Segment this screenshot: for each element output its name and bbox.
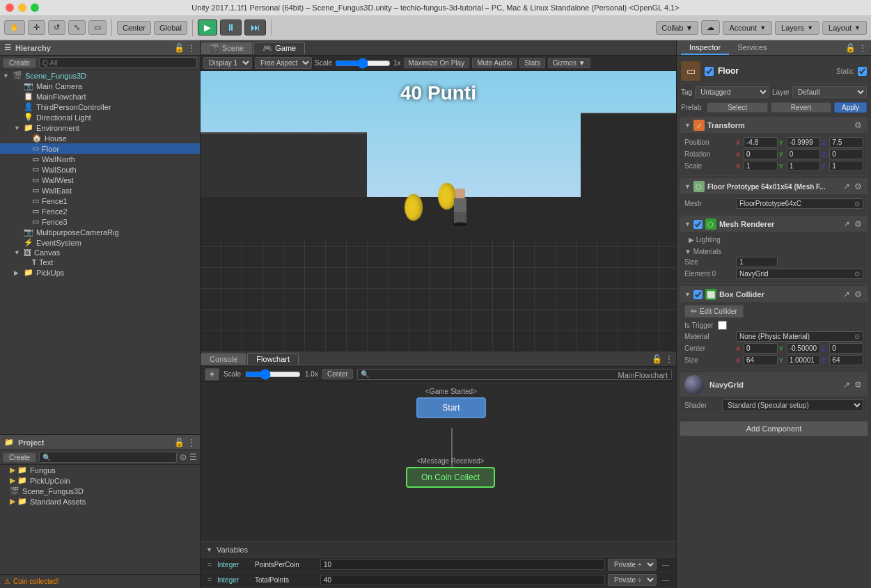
materials-toggle[interactable]: ▼ Materials — [684, 248, 721, 255]
static-checkbox[interactable] — [858, 67, 867, 76]
mesh-renderer-settings-icon[interactable]: ⚙ — [853, 219, 863, 229]
var0-privacy-select[interactable]: Private ÷ — [608, 559, 657, 571]
hierarchy-item-walleast[interactable]: ▭ WallEast — [0, 185, 200, 196]
box-collider-ref-icon[interactable]: ↗ — [842, 289, 852, 299]
variable-row-0[interactable]: = Integer PointsPerCoin Private ÷ — — [201, 557, 676, 573]
hierarchy-item-text[interactable]: T Text — [0, 257, 200, 267]
scale-tool-button[interactable]: ⤡ — [68, 20, 86, 35]
layout-button[interactable]: Layout ▼ — [822, 21, 867, 35]
hierarchy-item-floor[interactable]: ▭ Floor — [0, 143, 200, 154]
account-button[interactable]: Account ▼ — [723, 21, 772, 35]
tag-select[interactable]: Untagged — [695, 86, 769, 98]
hierarchy-item-camera-rig[interactable]: 📷 MultipurposeCameraRig — [0, 227, 200, 237]
scale-slider[interactable] — [335, 58, 391, 69]
project-item-fungus[interactable]: ▶ 📁 Fungus — [0, 465, 200, 475]
center-y-input[interactable] — [787, 343, 821, 353]
hierarchy-search-input[interactable] — [39, 57, 197, 68]
hierarchy-item-wallsouth[interactable]: ▭ WallSouth — [0, 164, 200, 175]
hierarchy-item-event-system[interactable]: ⚡ EventSystem — [0, 237, 200, 248]
minimize-button[interactable] — [18, 3, 26, 12]
hierarchy-item-canvas[interactable]: ▼ 🖼 Canvas — [0, 248, 200, 257]
maximize-button[interactable] — [31, 3, 39, 12]
gizmos-button[interactable]: Gizmos ▼ — [548, 58, 590, 68]
bottom-menu-button[interactable]: ⋮ — [665, 354, 673, 364]
hierarchy-item-fence1[interactable]: ▭ Fence1 — [0, 196, 200, 206]
bsize-x-input[interactable] — [744, 355, 778, 365]
lighting-toggle[interactable]: ▶ Lighting — [689, 236, 859, 244]
hierarchy-item-wallwest[interactable]: ▭ WallWest — [0, 175, 200, 185]
add-component-button[interactable]: Add Component — [680, 421, 868, 436]
mesh-renderer-header[interactable]: ▼ ⬡ Mesh Renderer ↗ ⚙ — [680, 216, 868, 232]
material-header[interactable]: NavyGrid ↗ ⚙ — [680, 373, 868, 397]
close-button[interactable] — [6, 3, 14, 12]
hierarchy-lock-button[interactable]: 🔓 — [174, 43, 185, 53]
material-ref-icon[interactable]: ↗ — [842, 380, 852, 390]
hierarchy-create-button[interactable]: Create — [3, 58, 36, 68]
mesh-renderer-checkbox[interactable] — [693, 220, 703, 229]
collab-button[interactable]: Collab ▼ — [656, 21, 698, 35]
is-trigger-checkbox[interactable] — [718, 321, 727, 330]
center-button[interactable]: Center — [117, 21, 151, 35]
hierarchy-item-fence2[interactable]: ▭ Fence2 — [0, 206, 200, 216]
hierarchy-item-wallnorth[interactable]: ▭ WallNorth — [0, 154, 200, 164]
element0-pick-button[interactable]: ⊙ — [854, 270, 860, 278]
inspector-tab[interactable]: Inspector — [681, 41, 729, 55]
box-collider-header[interactable]: ▼ ⬜ Box Collider ↗ ⚙ — [680, 287, 868, 302]
material-settings-icon[interactable]: ⚙ — [853, 380, 863, 390]
project-item-standard-assets[interactable]: ▶ 📁 Standard Assets — [0, 496, 200, 507]
mesh-filter-ref-icon[interactable]: ↗ — [842, 182, 852, 191]
flowchart-coin-button[interactable]: On Coin Collect — [406, 467, 495, 488]
hierarchy-item-fence3[interactable]: ▭ Fence3 — [0, 216, 200, 227]
mute-audio-button[interactable]: Mute Audio — [472, 58, 517, 68]
mesh-renderer-ref-icon[interactable]: ↗ — [842, 219, 852, 229]
project-menu-button[interactable]: ⋮ — [187, 438, 196, 447]
bottom-lock-button[interactable]: 🔓 — [652, 354, 662, 364]
hand-tool-button[interactable]: ✋ — [4, 20, 25, 35]
hierarchy-item-scene[interactable]: ▼ 🎬 Scene_Fungus3D — [0, 70, 200, 81]
scale-x-input[interactable] — [744, 161, 778, 171]
mesh-filter-header[interactable]: ▼ ⬡ Floor Prototype 64x01x64 (Mesh F... … — [680, 179, 868, 194]
center-z-input[interactable] — [829, 343, 863, 353]
var0-value-input[interactable] — [320, 559, 605, 570]
rot-z-input[interactable] — [829, 149, 863, 159]
rect-tool-button[interactable]: ▭ — [88, 20, 107, 35]
edit-collider-button[interactable]: ✏ Edit Collider — [684, 305, 744, 318]
rot-x-input[interactable] — [744, 149, 778, 159]
var1-remove-button[interactable]: — — [659, 576, 672, 584]
console-tab[interactable]: Console — [201, 353, 246, 365]
move-tool-button[interactable]: ✛ — [28, 20, 45, 35]
pause-button[interactable]: ⏸ — [220, 19, 242, 35]
mesh-pick-button[interactable]: ⊙ — [854, 200, 860, 207]
bsize-z-input[interactable] — [829, 355, 863, 365]
bsize-y-input[interactable] — [787, 355, 821, 365]
inspector-menu-button[interactable]: ⋮ — [858, 43, 867, 53]
hierarchy-menu-button[interactable]: ⋮ — [187, 43, 196, 53]
hierarchy-item-third-person[interactable]: 👤 ThirdPersonController — [0, 102, 200, 112]
hierarchy-item-main-camera[interactable]: 📷 Main Camera — [0, 81, 200, 91]
aspect-select[interactable]: Free Aspect — [255, 57, 312, 69]
size-input[interactable] — [736, 257, 778, 267]
project-create-button[interactable]: Create — [3, 452, 36, 463]
var1-privacy-select[interactable]: Private ÷ — [608, 574, 657, 586]
stats-button[interactable]: Stats — [519, 58, 545, 68]
pos-x-input[interactable] — [744, 137, 778, 148]
cloud-button[interactable]: ☁ — [701, 20, 720, 35]
hierarchy-item-directional-light[interactable]: 💡 Directional Light — [0, 112, 200, 122]
center-x-input[interactable] — [744, 343, 778, 353]
pos-z-input[interactable] — [829, 137, 863, 148]
var0-remove-button[interactable]: — — [659, 561, 672, 569]
scene-tab[interactable]: 🎬 Scene — [201, 42, 253, 54]
project-search-input[interactable] — [39, 452, 177, 463]
rotate-tool-button[interactable]: ↺ — [48, 20, 65, 35]
project-lock-button[interactable]: 🔓 — [174, 438, 185, 447]
transform-header[interactable]: ▼ ⤢ Transform ⚙ — [680, 118, 868, 133]
project-item-pickupcoin[interactable]: ▶ 📁 PickUpCoin — [0, 475, 200, 486]
project-view-button[interactable]: ☰ — [189, 452, 197, 462]
object-active-checkbox[interactable] — [705, 67, 714, 76]
apply-button[interactable]: Apply — [834, 102, 867, 113]
global-button[interactable]: Global — [154, 21, 187, 35]
scale-y-input[interactable] — [787, 161, 821, 171]
play-button[interactable]: ▶ — [198, 19, 217, 35]
var1-value-input[interactable] — [320, 575, 605, 585]
hierarchy-item-house[interactable]: 🏠 House — [0, 133, 200, 143]
